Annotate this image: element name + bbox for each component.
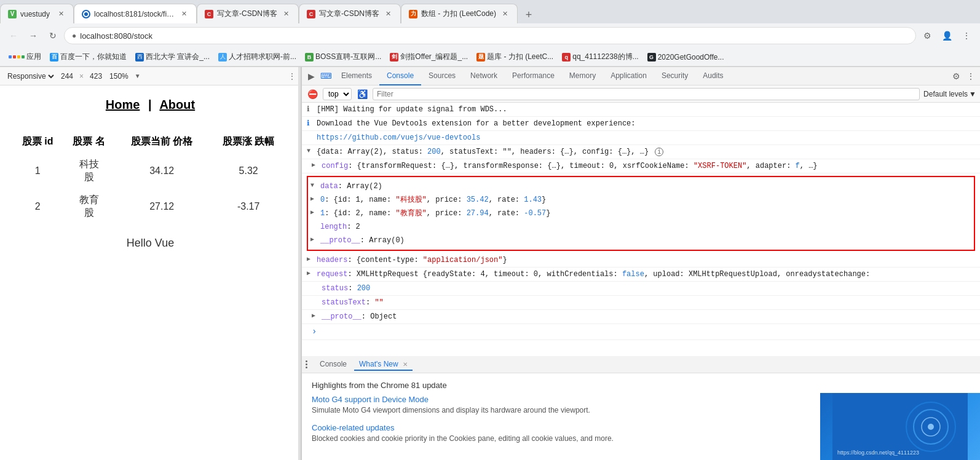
bookmark-favicon-boss: B: [305, 53, 314, 61]
console-line-length: length: 2: [310, 220, 971, 234]
tab-close-localhost[interactable]: ✕: [179, 9, 189, 19]
triangle-icon-item0[interactable]: ▶: [310, 194, 320, 204]
bookmark-csdn[interactable]: q qq_41112238的博...: [558, 50, 642, 63]
bottom-tab-whatsnew[interactable]: What's New ✕: [354, 359, 413, 371]
default-levels-arrow: ▼: [969, 90, 976, 98]
triangle-icon-main[interactable]: ▼: [307, 146, 317, 156]
devtools-more-btn[interactable]: ⋮: [964, 69, 978, 83]
lock-icon: ●: [72, 31, 76, 40]
svg-point-4: [928, 424, 934, 430]
row1-name: 科技股: [63, 153, 115, 189]
resize-handle[interactable]: [298, 67, 301, 460]
triangle-icon-proto-obj[interactable]: ▶: [312, 311, 322, 320]
bookmark-leetcode[interactable]: 题 题库 - 力扣 (LeetC...: [473, 50, 557, 63]
bookmark-github[interactable]: G 2020GetGoodOffe...: [644, 52, 728, 63]
tab-close-leetcode[interactable]: ✕: [500, 9, 510, 19]
responsive-select[interactable]: Responsive: [5, 71, 56, 81]
devtools-console: ℹ [HMR] Waiting for update signal from W…: [302, 103, 980, 356]
th-name: 股票 名: [63, 130, 115, 153]
bookmark-favicon-leetcode2: 题: [476, 53, 485, 61]
console-text-hmr: [HMR] Waiting for update signal from WDS…: [317, 104, 975, 115]
extensions-button[interactable]: ⚙: [919, 27, 936, 44]
tab-close-vuestudy[interactable]: ✕: [56, 9, 66, 19]
eye-btn[interactable]: ♿: [355, 87, 369, 101]
devtools-tab-elements[interactable]: Elements: [334, 67, 379, 85]
row2-rate: -3.17: [208, 189, 288, 224]
bookmark-boss[interactable]: B BOSS直聘-互联网...: [301, 50, 385, 63]
console-status: status: 200: [322, 283, 975, 294]
bottom-tab-console[interactable]: Console: [315, 359, 352, 371]
devtools-tab-audits[interactable]: Audits: [695, 67, 730, 85]
row2-price: 27.12: [115, 189, 208, 224]
address-field[interactable]: ● localhost:8080/stock: [64, 27, 916, 44]
bookmark-baidu[interactable]: 百 百度一下，你就知道: [46, 50, 130, 63]
data-array-box: ▼ data: Array(2) ▶ 0: {id: 1, name: "科技股…: [307, 176, 975, 251]
tab-vuestudy[interactable]: V vuestudy ✕: [0, 4, 74, 23]
filter-input[interactable]: [373, 88, 920, 100]
triangle-icon-headers[interactable]: ▶: [307, 255, 317, 264]
devtools-tab-console[interactable]: Console: [379, 67, 421, 85]
tab-favicon-vuestudy: V: [8, 10, 17, 18]
address-bar-row: ← → ↻ ● localhost:8080/stock ⚙ 👤 ⋮: [0, 23, 980, 48]
tab-title-leetcode: 数组 - 力扣 (LeetCode): [421, 9, 496, 19]
responsive-options[interactable]: ⋮: [288, 72, 296, 81]
console-line-statustext: statusText: "": [302, 296, 980, 310]
object-info-icon[interactable]: i: [655, 148, 663, 156]
inspect-element-btn[interactable]: ▶: [304, 69, 318, 83]
profile-button[interactable]: 👤: [938, 27, 955, 44]
default-levels-btn[interactable]: Default levels ▼: [923, 90, 976, 98]
address-text: localhost:8080/stock: [80, 31, 152, 41]
bookmark-jianzhi[interactable]: 剑 剑指Offer_编程题_...: [386, 50, 472, 63]
devtools-tab-security[interactable]: Security: [654, 67, 695, 85]
device-toggle-btn[interactable]: ⌨: [319, 69, 333, 83]
browser-chrome: V vuestudy ✕ localhost:8181/stock/findAl…: [0, 0, 980, 67]
console-line-link: https://github.com/vuejs/vue-devtools: [302, 131, 980, 145]
row2-id: 2: [12, 189, 63, 224]
tab-title-vuestudy: vuestudy: [20, 10, 52, 18]
bookmark-job[interactable]: 人 人才招聘求职网-前...: [215, 50, 300, 63]
console-link[interactable]: https://github.com/vuejs/vue-devtools: [317, 132, 975, 143]
expand-btn[interactable]: ›: [307, 325, 317, 338]
devtools-tab-performance[interactable]: Performance: [505, 67, 562, 85]
whats-new-title: Highlights from the Chrome 81 update: [312, 381, 970, 390]
new-tab-button[interactable]: +: [520, 6, 537, 23]
main-area: Responsive 244 × 423 150% ▼ ⋮ Home | Abo…: [0, 67, 980, 460]
devtools-tab-sources[interactable]: Sources: [421, 67, 463, 85]
console-ban-btn[interactable]: ⛔: [306, 87, 319, 101]
whatsnew-label: What's New: [359, 360, 398, 368]
triangle-icon-config[interactable]: ▶: [312, 161, 322, 170]
tab-csdn1[interactable]: C 写文章-CSDN博客 ✕: [197, 4, 299, 23]
tab-leetcode[interactable]: 力 数组 - 力扣 (LeetCode) ✕: [401, 4, 518, 23]
tab-localhost[interactable]: localhost:8181/stock/findAll ✕: [74, 4, 197, 23]
refresh-button[interactable]: ↻: [44, 27, 61, 44]
bookmark-baidu-label: 百度一下，你就知道: [60, 52, 127, 62]
bookmark-nwu[interactable]: 西 西北大学 宣讲会_...: [132, 50, 213, 63]
context-select[interactable]: top: [323, 88, 352, 100]
row1-rate: 5.32: [208, 153, 288, 189]
console-object-main: {data: Array(2), status: 200, statusText…: [317, 146, 975, 157]
stock-table: 股票 id 股票 名 股票当前 价格 股票涨 跌幅 1 科技股 34.12 5.…: [12, 130, 288, 224]
triangle-icon-item1[interactable]: ▶: [310, 208, 320, 217]
triangle-icon-proto-arr[interactable]: ▶: [310, 235, 320, 244]
table-row-2: 2 教育股 27.12 -3.17: [12, 189, 288, 224]
triangle-icon-request[interactable]: ▶: [307, 269, 317, 278]
bookmark-apps[interactable]: 应用: [5, 50, 45, 63]
bottom-settings-btn[interactable]: [306, 360, 307, 368]
menu-button[interactable]: ⋮: [958, 27, 975, 44]
devtools-tab-application[interactable]: Application: [603, 67, 654, 85]
devtools-tab-network[interactable]: Network: [463, 67, 505, 85]
devtools-tab-memory[interactable]: Memory: [562, 67, 603, 85]
nav-home[interactable]: Home: [106, 98, 140, 111]
forward-button[interactable]: →: [25, 27, 42, 44]
bookmark-apps-label: 应用: [26, 52, 41, 62]
whatsnew-close[interactable]: ✕: [403, 361, 408, 368]
nav-about[interactable]: About: [159, 98, 195, 111]
console-data-header: data: Array(2): [320, 181, 971, 192]
devtools-settings-btn[interactable]: ⚙: [949, 69, 963, 83]
back-button[interactable]: ←: [5, 27, 22, 44]
tab-close-csdn2[interactable]: ✕: [383, 9, 393, 19]
tab-csdn2[interactable]: C 写文章-CSDN博客 ✕: [299, 4, 401, 23]
tab-close-csdn1[interactable]: ✕: [281, 9, 291, 19]
zoom-dropdown[interactable]: ▼: [135, 73, 141, 79]
triangle-icon-data[interactable]: ▼: [310, 181, 320, 190]
